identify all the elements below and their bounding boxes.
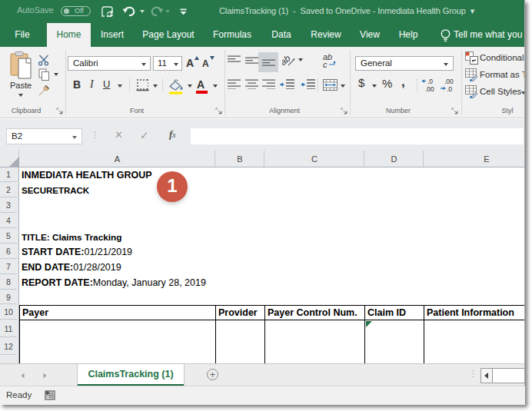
svg-text:.00: .00: [425, 85, 434, 93]
svg-text:.0: .0: [427, 78, 433, 85]
svg-text:.0: .0: [447, 85, 452, 93]
svg-text:ab: ab: [282, 54, 293, 67]
svg-text:.00: .00: [444, 78, 454, 85]
svg-text:c: c: [323, 60, 328, 68]
